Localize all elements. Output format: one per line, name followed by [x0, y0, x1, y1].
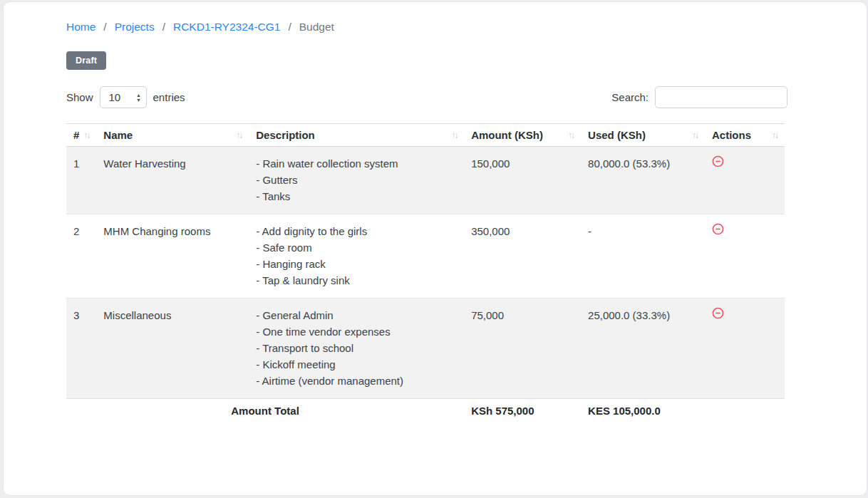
- breadcrumb-project-code-link[interactable]: RCKD1-RY2324-CG1: [173, 21, 280, 33]
- page-size-select[interactable]: 10: [100, 86, 147, 108]
- column-header-actions[interactable]: Actions↑↓: [705, 124, 785, 147]
- row-index: 2: [66, 214, 96, 299]
- breadcrumb-home-link[interactable]: Home: [66, 21, 95, 33]
- show-label: Show: [66, 91, 93, 103]
- breadcrumb-projects-link[interactable]: Projects: [115, 21, 155, 33]
- budget-item-description: - General Admin - One time vendor expens…: [249, 299, 464, 399]
- sort-icon: ↑↓: [772, 130, 777, 140]
- table-controls: Show 10 ▴▾ entries Search:: [66, 86, 787, 108]
- minus-circle-icon: [712, 307, 724, 319]
- amount-total-label: Amount Total: [66, 399, 464, 424]
- table-header-row: #↑↓ Name↑↓ Description↑↓ Amount (KSh)↑↓ …: [66, 124, 785, 147]
- minus-circle-icon: [712, 223, 724, 235]
- remove-item-button[interactable]: [712, 223, 724, 235]
- table-row: 2 MHM Changing rooms - Add dignity to th…: [66, 214, 785, 299]
- column-header-name[interactable]: Name↑↓: [96, 124, 249, 147]
- budget-item-used: 80,000.0 (53.3%): [581, 147, 705, 214]
- breadcrumb-current-page: Budget: [299, 21, 334, 33]
- breadcrumb-separator: /: [103, 21, 106, 33]
- budget-item-name: Miscellaneous: [96, 299, 249, 399]
- entries-label: entries: [153, 91, 185, 103]
- remove-item-button[interactable]: [712, 155, 724, 167]
- table-row: 1 Water Harvesting - Rain water collecti…: [66, 147, 785, 214]
- status-badge: Draft: [66, 51, 106, 70]
- row-index: 1: [66, 147, 96, 214]
- budget-table: #↑↓ Name↑↓ Description↑↓ Amount (KSh)↑↓ …: [66, 123, 785, 423]
- budget-item-amount: 350,000: [464, 214, 581, 299]
- remove-item-button[interactable]: [712, 307, 724, 319]
- breadcrumb-separator: /: [288, 21, 291, 33]
- sort-icon: ↑↓: [236, 130, 242, 140]
- row-index: 3: [66, 299, 96, 399]
- table-row: 3 Miscellaneous - General Admin - One ti…: [66, 299, 785, 399]
- table-footer-row: Amount Total KSh 575,000 KES 105,000.0: [66, 399, 785, 424]
- used-total-value: KES 105,000.0: [581, 399, 705, 424]
- budget-item-description: - Add dignity to the girls - Safe room -…: [249, 214, 464, 299]
- column-header-amount[interactable]: Amount (KSh)↑↓: [464, 124, 581, 147]
- budget-item-description: - Rain water collection system - Gutters…: [249, 147, 464, 214]
- column-header-description[interactable]: Description↑↓: [249, 124, 464, 147]
- column-header-index[interactable]: #↑↓: [66, 124, 96, 147]
- minus-circle-icon: [712, 155, 724, 167]
- search-input[interactable]: [655, 86, 787, 108]
- sort-icon: ↑↓: [451, 130, 457, 140]
- breadcrumb: Home / Projects / RCKD1-RY2324-CG1 / Bud…: [66, 21, 788, 33]
- budget-item-used: 25,000.0 (33.3%): [581, 299, 705, 399]
- breadcrumb-separator: /: [162, 21, 165, 33]
- amount-total-value: KSh 575,000: [464, 399, 581, 424]
- budget-item-name: Water Harvesting: [96, 147, 249, 214]
- sort-icon: ↑↓: [83, 130, 89, 140]
- budget-item-used: -: [581, 214, 705, 299]
- budget-item-amount: 75,000: [464, 299, 581, 399]
- search-label: Search:: [611, 91, 649, 103]
- sort-icon: ↑↓: [568, 130, 574, 140]
- page-card: Home / Projects / RCKD1-RY2324-CG1 / Bud…: [3, 1, 867, 496]
- column-header-used[interactable]: Used (KSh)↑↓: [581, 124, 705, 147]
- sort-icon: ↑↓: [692, 130, 698, 140]
- budget-item-amount: 150,000: [464, 147, 581, 214]
- budget-item-name: MHM Changing rooms: [96, 214, 249, 299]
